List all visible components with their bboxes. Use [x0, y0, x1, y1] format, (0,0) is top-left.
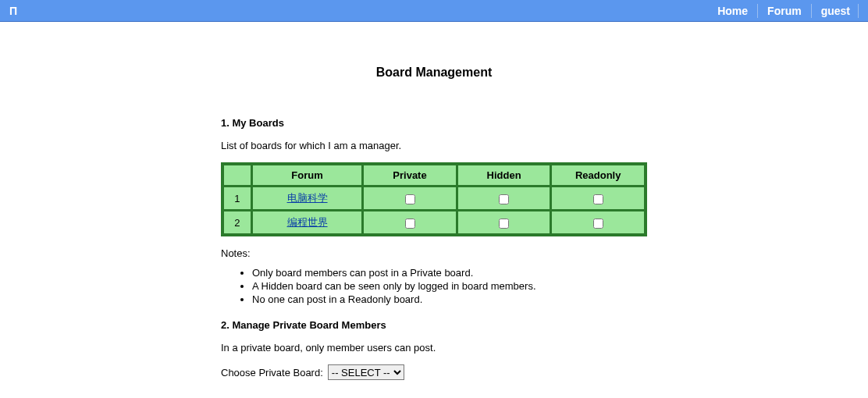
nav-link-guest[interactable]: guest: [812, 4, 859, 18]
boards-table: Forum Private Hidden Readonly 1 电脑科学 2 编…: [221, 162, 647, 236]
readonly-checkbox[interactable]: [593, 194, 603, 204]
forum-cell: 电脑科学: [252, 187, 362, 210]
note-item: No one can post in a Readonly board.: [252, 293, 647, 305]
col-private: Private: [363, 165, 457, 186]
readonly-checkbox[interactable]: [593, 219, 603, 229]
section-2-heading: 2. Manage Private Board Members: [221, 319, 647, 331]
row-num: 1: [223, 187, 251, 210]
page-title: Board Management: [221, 66, 647, 80]
table-row: 2 编程世界: [223, 211, 645, 234]
section-1-desc: List of boards for which I am a manager.: [221, 140, 647, 151]
choose-row: Choose Private Board: -- SELECT --: [221, 364, 647, 380]
notes-label: Notes:: [221, 247, 647, 259]
private-checkbox[interactable]: [405, 194, 415, 204]
table-row: 1 电脑科学: [223, 187, 645, 210]
nav-link-home[interactable]: Home: [708, 4, 758, 18]
hidden-cell: [457, 187, 551, 210]
notes-list: Only board members can post in a Private…: [252, 267, 647, 305]
private-board-select[interactable]: -- SELECT --: [328, 364, 404, 380]
private-cell: [363, 211, 457, 234]
nav-links: Home Forum guest: [708, 4, 859, 18]
hidden-checkbox[interactable]: [499, 194, 509, 204]
content: Board Management 1. My Boards List of bo…: [221, 22, 647, 380]
topbar: Π Home Forum guest: [0, 0, 868, 22]
col-forum: Forum: [252, 165, 362, 186]
hidden-cell: [457, 211, 551, 234]
table-header-row: Forum Private Hidden Readonly: [223, 165, 645, 186]
note-item: Only board members can post in a Private…: [252, 267, 647, 279]
col-hidden: Hidden: [457, 165, 551, 186]
section-1-heading: 1. My Boards: [221, 117, 647, 129]
section-2-desc: In a private board, only member users ca…: [221, 342, 647, 354]
row-num: 2: [223, 211, 251, 234]
private-cell: [363, 187, 457, 210]
choose-label: Choose Private Board:: [221, 367, 323, 378]
hidden-checkbox[interactable]: [499, 219, 509, 229]
readonly-cell: [551, 211, 645, 234]
logo: Π: [9, 5, 17, 17]
note-item: A Hidden board can be seen only by logge…: [252, 280, 647, 292]
col-readonly: Readonly: [551, 165, 645, 186]
private-checkbox[interactable]: [405, 219, 415, 229]
forum-cell: 编程世界: [252, 211, 362, 234]
readonly-cell: [551, 187, 645, 210]
forum-link[interactable]: 电脑科学: [287, 192, 328, 204]
nav-link-forum[interactable]: Forum: [758, 4, 812, 18]
forum-link[interactable]: 编程世界: [287, 216, 328, 228]
col-blank: [223, 165, 251, 186]
